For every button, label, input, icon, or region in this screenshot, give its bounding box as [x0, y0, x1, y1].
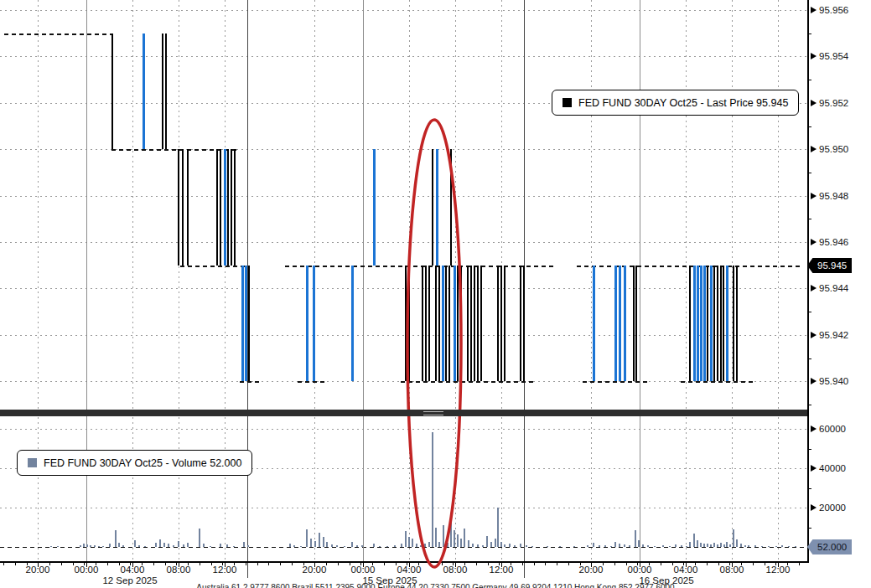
- tick-arrow-icon: [811, 146, 817, 152]
- x-minor-tick: [384, 563, 385, 565]
- x-minor-tick: [3, 563, 4, 565]
- price-tick-label: 95.944: [811, 283, 848, 293]
- x-time-label: 12:00: [490, 565, 514, 575]
- volume-tick-label: 60000: [811, 424, 846, 434]
- divider-handle-icon[interactable]: [423, 411, 443, 415]
- volume-tick-label: 20000: [811, 503, 846, 513]
- x-minor-tick: [430, 563, 431, 565]
- price-minor-tick: [807, 358, 811, 359]
- price-tick-label: 95.940: [811, 376, 848, 386]
- x-minor-tick: [568, 563, 569, 565]
- x-minor-tick: [661, 563, 661, 565]
- x-minor-tick: [200, 563, 200, 565]
- x-time-label: 12:00: [213, 565, 237, 575]
- x-time-label: 04:00: [121, 565, 145, 575]
- x-minor-tick: [292, 563, 293, 565]
- volume-series-marker-icon: [28, 458, 37, 467]
- price-tick-label: 95.954: [811, 51, 848, 61]
- tick-arrow-icon: [811, 239, 817, 245]
- x-time-label: 20:00: [579, 565, 604, 575]
- last-volume-badge: 52.000: [807, 539, 852, 554]
- volume-legend[interactable]: FED FUND 30DAY Oct25 - Volume 52.000: [17, 450, 252, 476]
- x-minor-tick: [107, 563, 108, 565]
- price-minor-tick: [807, 80, 811, 80]
- tick-arrow-icon: [811, 7, 817, 13]
- volume-minor-tick: [807, 528, 811, 529]
- tick-arrow-icon: [811, 53, 817, 59]
- price-minor-tick: [807, 312, 811, 312]
- x-minor-tick: [707, 563, 708, 565]
- x-minor-tick: [153, 563, 154, 565]
- x-minor-tick: [61, 563, 62, 565]
- tick-arrow-icon: [811, 100, 817, 106]
- x-time-label: 20:00: [303, 565, 327, 575]
- price-legend-label: FED FUND 30DAY Oct25 - Last Price 95.945: [578, 97, 788, 109]
- price-series-marker-icon: [563, 98, 572, 107]
- x-time-label: 08:00: [443, 565, 468, 575]
- x-minor-tick: [280, 563, 281, 565]
- volume-tick-label: 40000: [811, 463, 846, 473]
- volume-minor-tick: [807, 449, 811, 450]
- x-minor-tick: [753, 563, 754, 565]
- tick-arrow-icon: [811, 465, 817, 472]
- x-minor-tick: [476, 563, 477, 565]
- tick-arrow-icon: [811, 285, 817, 291]
- x-minor-tick: [534, 563, 535, 565]
- price-minor-tick: [807, 219, 811, 219]
- x-minor-tick: [522, 563, 523, 565]
- price-tick-label: 95.950: [811, 144, 848, 154]
- tick-arrow-icon: [811, 378, 817, 384]
- x-time-label: 20:00: [26, 565, 50, 575]
- x-minor-tick: [614, 563, 615, 565]
- price-tick-label: 95.948: [811, 191, 848, 201]
- x-minor-tick: [545, 563, 546, 565]
- last-price-badge: 95.945: [807, 258, 852, 273]
- y-axis-line: [807, 0, 809, 563]
- x-time-label: 00:00: [628, 565, 652, 575]
- price-tick-label: 95.952: [811, 98, 848, 108]
- x-minor-tick: [246, 563, 246, 565]
- panel-divider[interactable]: [0, 410, 807, 416]
- price-minor-tick: [807, 34, 811, 34]
- volume-legend-label: FED FUND 30DAY Oct25 - Volume 52.000: [44, 457, 241, 469]
- x-minor-tick: [799, 563, 800, 565]
- price-tick-label: 95.942: [811, 330, 848, 340]
- x-minor-tick: [268, 563, 269, 565]
- price-minor-tick: [807, 126, 811, 127]
- tick-arrow-icon: [811, 332, 817, 338]
- x-time-label: 08:00: [720, 565, 744, 575]
- price-minor-tick: [807, 173, 811, 173]
- axis-layer: 20:0000:0004:0008:0012:0020:0000:0004:00…: [0, 0, 871, 588]
- x-time-label: 12:00: [766, 565, 791, 575]
- x-minor-tick: [15, 563, 16, 565]
- tick-arrow-icon: [811, 504, 817, 511]
- x-time-label: 04:00: [397, 565, 422, 575]
- chart-window: 20:0000:0004:0008:0012:0020:0000:0004:00…: [0, 0, 871, 588]
- x-time-label: 00:00: [75, 565, 99, 575]
- tick-arrow-icon: [811, 193, 817, 199]
- x-time-label: 08:00: [167, 565, 191, 575]
- price-legend[interactable]: FED FUND 30DAY Oct25 - Last Price 95.945: [552, 90, 799, 116]
- price-tick-label: 95.946: [811, 237, 848, 247]
- x-minor-tick: [257, 563, 258, 565]
- x-time-label: 04:00: [674, 565, 698, 575]
- price-minor-tick: [807, 405, 811, 405]
- tick-arrow-icon: [811, 426, 817, 432]
- volume-minor-tick: [807, 488, 811, 489]
- x-time-label: 00:00: [351, 565, 376, 575]
- price-tick-label: 95.956: [811, 5, 848, 15]
- footer-contact-text: Australia 61 2 9777 8600 Brazil 5511 239…: [0, 583, 871, 588]
- x-minor-tick: [557, 563, 557, 565]
- x-minor-tick: [338, 563, 339, 565]
